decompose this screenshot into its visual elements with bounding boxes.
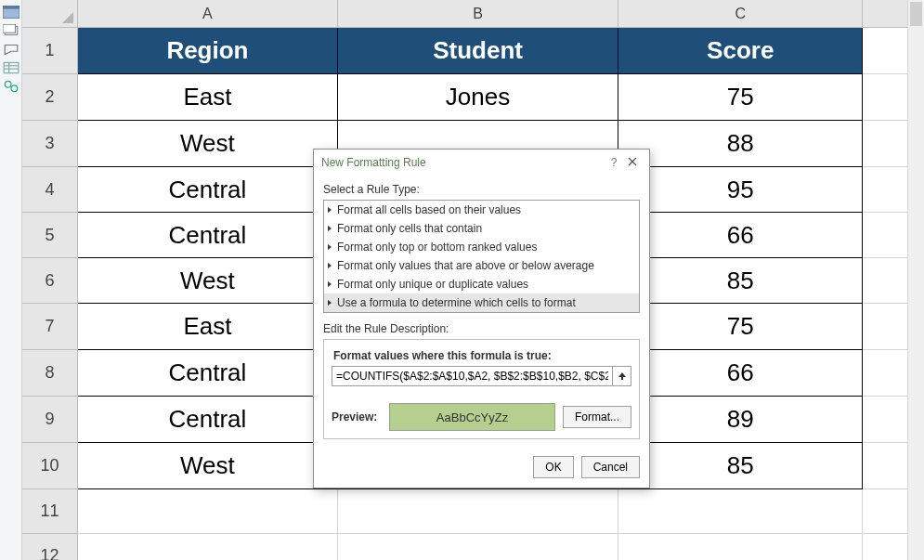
cell-A1[interactable]: Region	[78, 28, 338, 74]
cell-B1[interactable]: Student	[338, 28, 618, 74]
preview-label: Preview:	[332, 410, 382, 423]
rule-type-item[interactable]: Format all cells based on their values	[324, 201, 639, 219]
row-header-10[interactable]: 10	[22, 443, 78, 489]
ok-button[interactable]: OK	[533, 456, 573, 478]
range-selector-icon[interactable]	[612, 367, 631, 385]
scrollbar-thumb[interactable]	[910, 2, 922, 26]
close-icon[interactable]	[623, 156, 642, 169]
help-icon[interactable]: ?	[605, 156, 623, 169]
cell-A7[interactable]: East	[78, 304, 338, 350]
cell-B12[interactable]	[338, 534, 618, 560]
cell-A8[interactable]: Central	[78, 350, 338, 397]
cell-C2[interactable]: 75	[618, 74, 863, 121]
cancel-button[interactable]: Cancel	[581, 456, 640, 478]
rule-type-item[interactable]: Format only cells that contain	[324, 219, 639, 238]
row-header-8[interactable]: 8	[22, 350, 78, 397]
select-rule-type-label: Select a Rule Type:	[323, 183, 640, 196]
svg-rect-3	[3, 24, 16, 33]
cell-A10[interactable]: West	[78, 443, 338, 489]
col-header-B[interactable]: B	[338, 0, 618, 28]
svg-rect-1	[3, 6, 20, 8]
rule-type-item[interactable]: Format only top or bottom ranked values	[324, 238, 639, 256]
col-header-A[interactable]: A	[78, 0, 338, 28]
cell-C11[interactable]	[618, 489, 863, 534]
svg-rect-4	[4, 62, 19, 72]
cell-A2[interactable]: East	[78, 74, 338, 121]
toolbar-icon-4[interactable]	[3, 61, 20, 74]
format-button[interactable]: Format...	[563, 406, 631, 428]
cell-A3[interactable]: West	[78, 121, 338, 167]
row-header-2[interactable]: 2	[22, 74, 78, 121]
row-header-1[interactable]: 1	[22, 28, 78, 74]
cell-A4[interactable]: Central	[78, 167, 338, 213]
select-all-corner[interactable]	[22, 0, 78, 28]
cell-A12[interactable]	[78, 534, 338, 560]
cell-C3[interactable]: 88	[618, 121, 863, 167]
side-toolbar	[0, 0, 22, 560]
toolbar-icon-1[interactable]	[3, 6, 20, 19]
preview-sample-box: AaBbCcYyZz	[389, 403, 555, 431]
new-formatting-rule-dialog: New Formatting Rule ? Select a Rule Type…	[313, 149, 650, 488]
cell-C1[interactable]: Score	[618, 28, 863, 74]
cell-B11[interactable]	[338, 489, 618, 534]
formula-input[interactable]	[332, 370, 612, 383]
edit-rule-description-label: Edit the Rule Description:	[323, 322, 640, 335]
cell-C10[interactable]: 85	[618, 443, 863, 489]
formula-input-wrap	[332, 366, 631, 386]
cell-C4[interactable]: 95	[618, 167, 863, 213]
toolbar-icon-2[interactable]	[3, 24, 20, 37]
vertical-scrollbar[interactable]	[907, 0, 924, 560]
app-root: { "columns": { "A": "A", "B": "B", "C": …	[0, 0, 924, 560]
cell-A6[interactable]: West	[78, 258, 338, 304]
cell-A11[interactable]	[78, 489, 338, 534]
rule-type-item[interactable]: Format only unique or duplicate values	[324, 275, 639, 293]
toolbar-icon-5[interactable]	[3, 80, 20, 93]
cell-C5[interactable]: 66	[618, 213, 863, 258]
cell-C9[interactable]: 89	[618, 397, 863, 443]
cell-C6[interactable]: 85	[618, 258, 863, 304]
cell-B2[interactable]: Jones	[338, 74, 618, 121]
rule-type-item[interactable]: Use a formula to determine which cells t…	[324, 293, 639, 312]
column-headers: A B C	[78, 0, 924, 28]
row-headers: 123456789101112	[22, 28, 78, 560]
row-header-11[interactable]: 11	[22, 489, 78, 534]
dialog-footer: OK Cancel	[314, 449, 649, 488]
row-header-12[interactable]: 12	[22, 534, 78, 560]
row-header-6[interactable]: 6	[22, 258, 78, 304]
toolbar-icon-3[interactable]	[3, 43, 20, 56]
svg-point-9	[11, 85, 18, 92]
cell-A5[interactable]: Central	[78, 213, 338, 258]
dialog-title: New Formatting Rule	[321, 156, 605, 169]
cell-C8[interactable]: 66	[618, 350, 863, 397]
row-header-3[interactable]: 3	[22, 121, 78, 167]
rule-type-list[interactable]: Format all cells based on their valuesFo…	[323, 200, 640, 313]
cell-C7[interactable]: 75	[618, 304, 863, 350]
svg-point-8	[5, 81, 11, 87]
row-header-5[interactable]: 5	[22, 213, 78, 258]
row-header-9[interactable]: 9	[22, 397, 78, 443]
row-header-4[interactable]: 4	[22, 167, 78, 213]
formula-label: Format values where this formula is true…	[332, 344, 631, 366]
rule-type-item[interactable]: Format only values that are above or bel…	[324, 256, 639, 275]
cell-A9[interactable]: Central	[78, 397, 338, 443]
row-header-7[interactable]: 7	[22, 304, 78, 350]
dialog-titlebar[interactable]: New Formatting Rule ?	[314, 150, 649, 176]
cell-C12[interactable]	[618, 534, 863, 560]
dialog-body: Select a Rule Type: Format all cells bas…	[314, 176, 649, 449]
col-header-C[interactable]: C	[618, 0, 863, 28]
